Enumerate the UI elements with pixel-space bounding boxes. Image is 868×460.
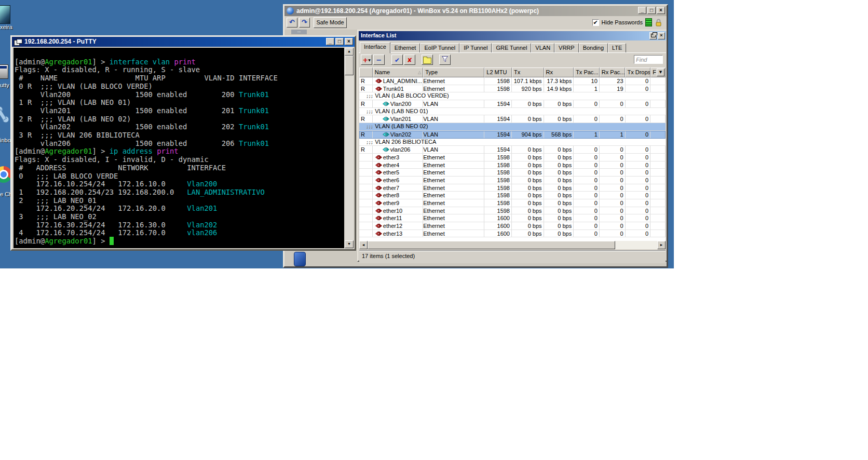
find-input[interactable] (634, 55, 663, 64)
interface-list-titlebar[interactable]: Interface List × (359, 31, 666, 40)
winbox-titlebar[interactable]: admin@192.168.200.254 (Agregador01) - Wi… (284, 6, 667, 16)
close-icon[interactable]: × (658, 32, 665, 39)
scroll-left-icon[interactable]: ◄ (359, 241, 368, 249)
cell-name: Vlan202 (373, 131, 423, 138)
interface-row[interactable]: ether9Ethernet15980 bps0 bps000 (359, 199, 666, 207)
scroll-up-icon[interactable]: ▲ (345, 48, 354, 56)
cell-flag (359, 169, 373, 176)
interface-row[interactable]: ether6Ethernet15980 bps0 bps000 (359, 177, 666, 184)
close-icon[interactable]: × (657, 7, 665, 14)
maximize-icon[interactable]: □ (647, 7, 656, 14)
tab-ethernet[interactable]: Ethernet (390, 43, 421, 53)
redo-button[interactable]: ↷ (299, 18, 310, 28)
cell-rx: 0 bps (544, 100, 574, 107)
interface-row[interactable]: ether3Ethernet15980 bps0 bps000 (359, 154, 666, 161)
column-header-tx[interactable]: Tx (512, 67, 544, 77)
column-header-type[interactable]: Type (423, 67, 484, 77)
interface-row[interactable]: RLAN_ADMINI...Ethernet1598107.1 kbps17.3… (359, 77, 666, 85)
interface-row[interactable]: ether7Ethernet15980 bps0 bps000 (359, 184, 666, 192)
interface-row[interactable]: ether11Ethernet16000 bps0 bps000 (359, 214, 666, 222)
interface-row[interactable]: ether12Ethernet16000 bps0 bps000 (359, 222, 666, 230)
filter-button[interactable] (439, 55, 451, 65)
comment-row[interactable]: ;;;VLAN (LAB NEO 01) (359, 108, 666, 116)
cell-type: VLAN (423, 146, 484, 153)
cell-rx: 0 bps (544, 222, 574, 229)
cell-l2mtu: 1594 (484, 115, 512, 123)
column-header-label: Name (375, 69, 390, 75)
cell-l2mtu: 1598 (484, 199, 512, 207)
horizontal-scrollbar[interactable]: ◄ ► (359, 241, 666, 249)
scroll-down-icon[interactable]: ▼ (345, 240, 354, 248)
tab-vrrp[interactable]: VRRP (554, 43, 579, 53)
cell-rx_packet: 0 (600, 192, 626, 199)
comment-button[interactable] (422, 55, 433, 65)
cell-tx: 0 bps (512, 169, 544, 176)
column-header-tx-pac[interactable]: Tx Pac... (574, 67, 600, 77)
cell-tx_packet: 0 (574, 199, 600, 207)
putty-titlebar[interactable]: 192.168.200.254 - PuTTY _ □ × (12, 37, 355, 47)
putty-title: 192.168.200.254 - PuTTY (24, 38, 97, 45)
comment-row[interactable]: ;;;VLAN 206 BIBLIOTECA (359, 139, 666, 146)
column-header-tx-drops[interactable]: Tx Drops (625, 67, 650, 77)
restore-icon[interactable] (649, 32, 657, 39)
terminal-output[interactable]: [admin@Agregador01] > interface vlan pri… (13, 48, 344, 248)
undo-button[interactable]: ↶ (287, 18, 297, 28)
interface-row[interactable]: ether8Ethernet15980 bps0 bps000 (359, 192, 666, 199)
tab-gre-tunnel[interactable]: GRE Tunnel (492, 43, 531, 53)
close-icon[interactable]: × (345, 38, 353, 45)
column-header-rx-pac[interactable]: Rx Pac... (600, 67, 626, 77)
interface-row[interactable]: RVlan201VLAN15940 bps0 bps000 (359, 115, 666, 123)
ethernet-interface-icon (375, 193, 382, 198)
column-header-flags[interactable] (359, 67, 373, 77)
cell-rx_packet: 0 (600, 100, 626, 107)
interface-row[interactable]: ether5Ethernet15980 bps0 bps000 (359, 169, 666, 177)
enable-button[interactable]: ✔ (391, 55, 403, 65)
hide-passwords-checkbox[interactable]: ✔ (592, 19, 599, 26)
comment-row[interactable]: ;;;VLAN (LAB BLOCO VERDE) (359, 92, 666, 100)
tab-lte[interactable]: LTE (608, 43, 626, 53)
column-header-f[interactable]: F▼ (650, 67, 666, 77)
column-filter-dropdown-icon[interactable]: ▼ (657, 69, 664, 76)
cell-flag (359, 154, 373, 161)
tab-eoip-tunnel[interactable]: EoIP Tunnel (420, 43, 459, 53)
interface-row[interactable]: ether10Ethernet15980 bps0 bps000 (359, 207, 666, 215)
interface-row[interactable]: ether13Ethernet16000 bps0 bps000 (359, 230, 666, 238)
maximize-icon[interactable]: □ (335, 38, 344, 45)
tab-vlan[interactable]: VLAN (531, 43, 554, 53)
interface-row[interactable]: RVlan202VLAN1594904 bps568 bps110 (359, 131, 666, 139)
column-header-label: L2 MTU (486, 69, 507, 75)
column-header-rx[interactable]: Rx (544, 67, 574, 77)
interface-row[interactable]: RTrunk01Ethernet1598920 bps14.9 kbps1190 (359, 85, 666, 93)
cell-type: Ethernet (423, 161, 484, 169)
remove-button[interactable]: − (373, 55, 385, 65)
vertical-scrollbar[interactable]: ▲ ▼ (345, 48, 354, 248)
disable-button[interactable]: ✘ (404, 55, 415, 65)
cell-tx: 0 bps (512, 100, 544, 107)
desktop-icon-label: utty (0, 82, 9, 88)
column-header-l2-mtu[interactable]: L2 MTU (484, 67, 512, 77)
minimize-icon[interactable]: _ (638, 7, 646, 14)
column-header-name[interactable]: Name△ (373, 67, 423, 77)
tab-bonding[interactable]: Bonding (579, 43, 608, 53)
safe-mode-button[interactable]: Safe Mode (314, 17, 347, 28)
interface-name: Vlan200 (390, 101, 411, 107)
add-button[interactable]: +▼ (361, 55, 372, 65)
tab-interface[interactable]: Interface (360, 42, 390, 53)
scrollbar-thumb[interactable] (368, 241, 615, 249)
cell-rx: 0 bps (544, 177, 574, 184)
scrollbar-thumb[interactable] (345, 56, 354, 75)
cell-name: vlan206 (373, 146, 423, 153)
comment-text: VLAN (LAB NEO 01) (375, 108, 428, 115)
tab-ip-tunnel[interactable]: IP Tunnel (459, 43, 492, 53)
interface-row[interactable]: ether4Ethernet15980 bps0 bps000 (359, 161, 666, 169)
minimize-icon[interactable]: _ (326, 38, 334, 45)
cell-rx: 0 bps (544, 207, 574, 214)
cell-flag (359, 207, 373, 214)
comment-row[interactable]: ;;;VLAN (LAB NEO 02) (359, 123, 666, 131)
cell-type: Ethernet (423, 207, 484, 214)
interface-row[interactable]: RVlan200VLAN15940 bps0 bps000 (359, 100, 666, 108)
scroll-right-icon[interactable]: ► (657, 241, 666, 249)
interface-row[interactable]: Rvlan206VLAN15940 bps0 bps000 (359, 146, 666, 154)
ethernet-interface-icon (375, 215, 382, 221)
cell-rx_packet: 0 (600, 199, 626, 207)
